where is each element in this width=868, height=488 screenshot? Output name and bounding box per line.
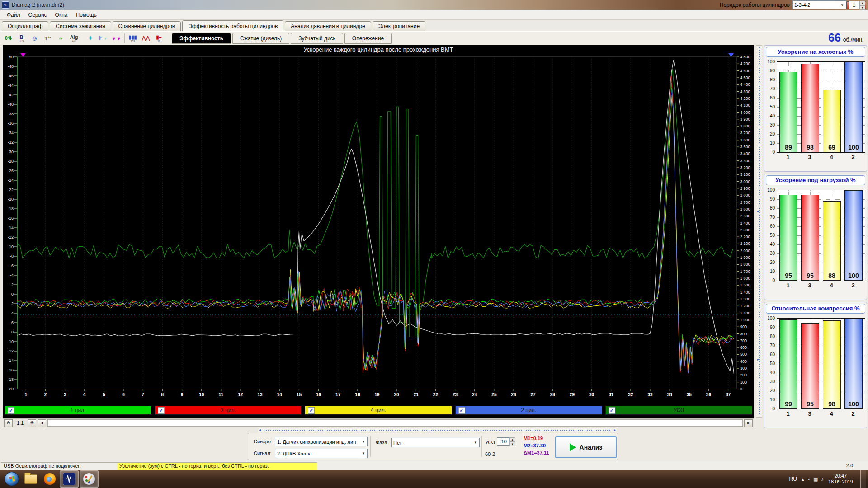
y-tick-label: 70 <box>766 86 775 91</box>
synchro-combo[interactable]: 1. Датчик синхронизации инд. лин▼ <box>275 437 368 446</box>
svg-text:4 400: 4 400 <box>740 82 750 87</box>
linked-points-icon[interactable]: ∴ <box>54 32 67 44</box>
bar-chart-icon[interactable]: ▮▮▮903 <box>126 32 139 44</box>
spin-down-icon[interactable]: ▼ <box>509 442 515 446</box>
hidden-icons-button[interactable]: ▴ <box>802 476 804 482</box>
marker2-value: М2=37.30 <box>524 443 546 448</box>
cylinder-order-combo[interactable]: 1-3-4-2▼ <box>792 0 846 9</box>
checkbox-checked-icon[interactable]: ✓ <box>609 407 615 414</box>
checkbox-checked-icon[interactable]: ✓ <box>458 407 465 414</box>
legend-1[interactable]: ✓1 цил. <box>5 406 151 415</box>
tab-3[interactable]: Сравнение цилиндров <box>113 21 181 31</box>
checkbox-checked-icon[interactable]: ✓ <box>308 407 315 414</box>
paint-taskbar-button[interactable] <box>80 470 99 488</box>
zoom-reset-button[interactable]: ⊕ <box>28 419 36 427</box>
levels-icon[interactable]: ▮–10 <box>152 32 165 44</box>
phase-combo[interactable]: Нет▼ <box>391 438 480 447</box>
main-oscilloscope-chart[interactable]: -50-48-46-44-42-40-38-36-34-32-30-28-26-… <box>3 45 754 405</box>
clock[interactable]: 20:47 18.09.2019 <box>828 473 853 485</box>
bar-panel-3: Относительная компрессия %01020304050607… <box>764 302 867 428</box>
oscilloscope-chart-panel[interactable]: Ускорение каждого цилиндра после прохожд… <box>3 45 754 418</box>
menu-bar: ФайлСервисОкнаПомощь <box>0 10 868 20</box>
svg-text:2 900: 2 900 <box>740 186 750 191</box>
svg-text:2 000: 2 000 <box>740 249 750 253</box>
chart-vertical-scrollbar[interactable]: ▸ ▸ <box>756 45 762 418</box>
svg-text:1 100: 1 100 <box>740 311 750 315</box>
status-bar: USB Осциллограф не подключен Увеличение … <box>0 461 868 470</box>
markers-icon[interactable]: ▼▼ <box>110 32 123 44</box>
scroll-left-button[interactable]: ◂ <box>38 419 46 427</box>
volume-tray-icon[interactable]: ♪ <box>821 476 824 482</box>
tab-4[interactable]: Эффективность работы цилиндров <box>182 20 283 31</box>
firefox-taskbar-button[interactable] <box>41 471 59 487</box>
algorithm-icon-caption: 1/2 <box>72 40 75 42</box>
spin-up-icon[interactable]: ▲ <box>509 437 515 442</box>
subtab-4[interactable]: Опережение <box>344 33 392 44</box>
y-tick-label: 50 <box>766 361 775 366</box>
svg-text:20: 20 <box>9 387 14 391</box>
menu-item[interactable]: Помощь <box>72 11 101 19</box>
bold-marker-icon[interactable]: BRPS <box>15 32 28 44</box>
hscroll-left-icon[interactable]: ◂ <box>259 428 261 432</box>
bar-value: 89 <box>780 144 797 151</box>
spin-down-icon[interactable]: ▼ <box>859 5 865 10</box>
explorer-taskbar-button[interactable] <box>22 471 40 487</box>
subtab-3[interactable]: Зубчатый диск <box>291 33 343 44</box>
legend-5[interactable]: ✓УОЗ <box>605 406 752 415</box>
hscroll-right-icon[interactable]: ▸ <box>614 428 616 432</box>
time-measure-icon[interactable]: T¹² <box>41 32 54 44</box>
bar-value: 98 <box>823 400 840 408</box>
subtab-2[interactable]: Сжатие (дизель) <box>232 33 289 44</box>
curves-icon[interactable]: ⋀⋀ <box>139 32 152 44</box>
divider <box>370 436 371 457</box>
svg-text:-40: -40 <box>8 102 14 107</box>
menu-item[interactable]: Окна <box>51 11 72 19</box>
svg-text:2 800: 2 800 <box>740 193 750 197</box>
tab-2[interactable]: Система зажигания <box>50 21 111 31</box>
diamag-taskbar-button[interactable] <box>60 470 79 488</box>
language-indicator[interactable]: RU <box>789 476 797 482</box>
tab-5[interactable]: Анализ давления в цилиндре <box>285 21 371 31</box>
algorithm-icon[interactable]: Alg1/2 <box>67 32 80 44</box>
scroll-right-button[interactable]: ▸ <box>744 419 753 427</box>
shift-right-icon[interactable]: Ͱ→ <box>97 32 110 44</box>
svg-text:700: 700 <box>740 338 747 343</box>
svg-text:1 900: 1 900 <box>740 255 750 260</box>
controls-scrollbar[interactable]: ◂ ▸ <box>258 428 617 432</box>
svg-text:900: 900 <box>740 324 747 329</box>
start-button[interactable] <box>3 471 21 487</box>
show-desktop-button[interactable] <box>860 470 866 488</box>
legend-2[interactable]: ✓3 цил. <box>155 406 302 415</box>
tab-6[interactable]: Электропитание <box>373 21 425 31</box>
network-tray-icon[interactable]: ▦ <box>813 476 818 482</box>
x-tick-label: 4 <box>822 154 840 160</box>
legend-4[interactable]: ✓2 цил. <box>455 406 602 415</box>
zoom-out-button[interactable]: ⊖ <box>4 419 13 427</box>
analyze-button[interactable]: Анализ <box>555 436 617 458</box>
levels-icon-caption: 10 <box>157 40 160 42</box>
svg-text:34: 34 <box>667 392 673 397</box>
uoz-spinner[interactable]: -10 ▲▼ <box>497 437 515 446</box>
x-tick-label: 2 <box>844 410 862 417</box>
zero-level-icon[interactable]: 0⇅ <box>2 32 15 44</box>
spin-up-icon[interactable]: ▲ <box>859 1 865 5</box>
legend-3[interactable]: ✓4 цил. <box>305 406 452 415</box>
checkbox-checked-icon[interactable]: ✓ <box>158 407 165 414</box>
checkbox-checked-icon[interactable]: ✓ <box>8 407 14 414</box>
svg-text:8: 8 <box>11 330 14 334</box>
menu-item[interactable]: Файл <box>3 11 24 19</box>
power-tray-icon[interactable]: ⌁ <box>807 476 810 482</box>
subtab-1[interactable]: Эффективность <box>172 33 231 44</box>
spectrum-icon[interactable]: ✳ <box>84 32 97 44</box>
signal-combo[interactable]: 2. ДПКВ Холла▼ <box>275 449 368 458</box>
x-tick-label: 3 <box>801 282 819 289</box>
tab-1[interactable]: Осциллограф <box>2 21 48 31</box>
signal-label: Сигнал: <box>254 450 272 456</box>
svg-text:2: 2 <box>11 301 14 306</box>
menu-item[interactable]: Сервис <box>24 11 51 19</box>
time-measure-icon-glyph: T¹² <box>44 36 51 41</box>
signal-filter-icon[interactable]: ◎ <box>28 32 41 44</box>
cylinder-number-spinner[interactable]: 1 ▲▼ <box>849 1 865 9</box>
chart-scroll-track[interactable] <box>47 419 743 427</box>
svg-text:20: 20 <box>394 392 400 397</box>
